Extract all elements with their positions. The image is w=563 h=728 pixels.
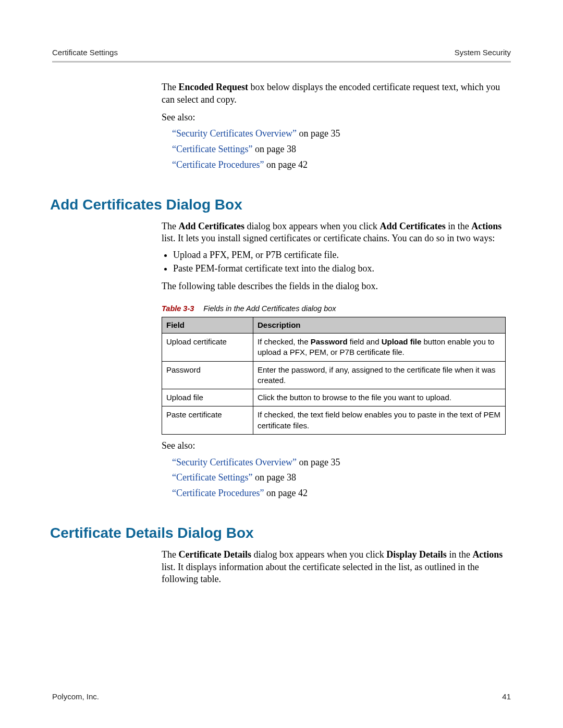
text-bold: Actions (471, 221, 501, 231)
text-bold: Certificate Details (178, 549, 251, 560)
text: list. It lets you install signed certifi… (162, 233, 495, 243)
table-cell-description: Enter the password, if any, assigned to … (253, 361, 506, 389)
text: The (162, 82, 178, 92)
table-cell-description: If checked, the Password field and Uploa… (253, 334, 506, 362)
see-also-label: See also: (162, 440, 506, 452)
see-also-links-1: “Security Certificates Overview” on page… (172, 128, 506, 171)
text: dialog box appears when you click (251, 549, 386, 560)
encoded-request-bold: Encoded Request (178, 82, 248, 92)
page-footer: Polycom, Inc. 41 (52, 692, 511, 701)
list-item: Paste PEM-format certificate text into t… (173, 263, 506, 275)
table-cell-field: Upload file (162, 389, 253, 406)
xref-suffix: on page 42 (264, 488, 307, 498)
xref-suffix: on page 35 (297, 128, 340, 139)
xref-link[interactable]: “Certificate Settings” (172, 144, 252, 154)
section2-body: The Certificate Details dialog box appea… (162, 549, 506, 586)
table-caption-text: Fields in the Add Certificates dialog bo… (203, 304, 336, 313)
text: The (162, 549, 178, 560)
list-item: Upload a PFX, PEM, or P7B certificate fi… (173, 249, 506, 262)
header-right: System Security (455, 48, 511, 57)
xref-link[interactable]: “Certificate Settings” (172, 472, 252, 483)
table-cell-description: If checked, the text field below enables… (253, 406, 506, 435)
table-cell-field: Paste certificate (162, 406, 253, 435)
xref-suffix: on page 42 (264, 159, 307, 170)
text: list. It displays information about the … (162, 562, 479, 585)
text: dialog box appears when you click (244, 221, 380, 231)
xref-line: “Certificate Settings” on page 38 (172, 143, 506, 156)
xref-line: “Security Certificates Overview” on page… (172, 128, 506, 140)
xref-line: “Security Certificates Overview” on page… (172, 456, 506, 469)
see-also-label: See also: (162, 112, 506, 124)
text-bold: Display Details (386, 549, 447, 560)
fields-table: Field Description Upload certificate If … (162, 317, 506, 435)
header-left: Certificate Settings (52, 48, 118, 57)
section1-bullets: Upload a PFX, PEM, or P7B certificate fi… (162, 249, 506, 275)
text: The (162, 221, 178, 231)
table-header-field: Field (162, 317, 253, 334)
xref-line: “Certificate Procedures” on page 42 (172, 159, 506, 171)
text-bold: Upload file (382, 337, 422, 346)
xref-suffix: on page 35 (297, 457, 340, 467)
section-heading-certificate-details: Certificate Details Dialog Box (50, 525, 511, 541)
table-row: Password Enter the password, if any, ass… (162, 361, 506, 389)
intro-paragraph: The Encoded Request box below displays t… (162, 81, 506, 106)
table-row: Paste certificate If checked, the text f… (162, 406, 506, 435)
text-bold: Password (311, 337, 348, 346)
text-bold: Actions (472, 549, 503, 560)
table-caption: Table 3-3 Fields in the Add Certificates… (162, 304, 506, 314)
table-caption-label: Table 3-3 (162, 304, 194, 313)
xref-line: “Certificate Procedures” on page 42 (172, 487, 506, 500)
see-also-links-2: “Security Certificates Overview” on page… (172, 456, 506, 500)
table-row: Upload file Click the button to browse t… (162, 389, 506, 406)
table-cell-description: Click the button to browse to the file y… (253, 389, 506, 406)
footer-left: Polycom, Inc. (52, 692, 99, 701)
table-row: Upload certificate If checked, the Passw… (162, 334, 506, 362)
text-bold: Add Certificates (178, 221, 244, 231)
section2-paragraph1: The Certificate Details dialog box appea… (162, 549, 506, 586)
page: Certificate Settings System Security The… (0, 0, 563, 728)
xref-link[interactable]: “Certificate Procedures” (172, 488, 264, 498)
table-cell-field: Upload certificate (162, 334, 253, 362)
table-cell-field: Password (162, 361, 253, 389)
xref-link[interactable]: “Security Certificates Overview” (172, 128, 297, 139)
section1-paragraph2: The following table describes the fields… (162, 280, 506, 293)
page-header: Certificate Settings System Security (52, 48, 511, 61)
section1-body: The Add Certificates dialog box appears … (162, 220, 506, 500)
body-content: The Encoded Request box below displays t… (162, 81, 506, 171)
text: in the (446, 221, 472, 231)
xref-link[interactable]: “Security Certificates Overview” (172, 457, 297, 467)
xref-suffix: on page 38 (252, 472, 296, 483)
text: field and (348, 337, 382, 346)
footer-page-number: 41 (502, 692, 511, 701)
xref-link[interactable]: “Certificate Procedures” (172, 159, 264, 170)
text: in the (447, 549, 473, 560)
text-bold: Add Certificates (380, 221, 445, 231)
table-header-description: Description (253, 317, 506, 334)
section1-paragraph1: The Add Certificates dialog box appears … (162, 220, 506, 245)
xref-line: “Certificate Settings” on page 38 (172, 472, 506, 484)
header-rule (52, 61, 511, 63)
text: If checked, the (258, 337, 311, 346)
section-heading-add-certificates: Add Certificates Dialog Box (50, 196, 511, 213)
xref-suffix: on page 38 (252, 144, 296, 154)
